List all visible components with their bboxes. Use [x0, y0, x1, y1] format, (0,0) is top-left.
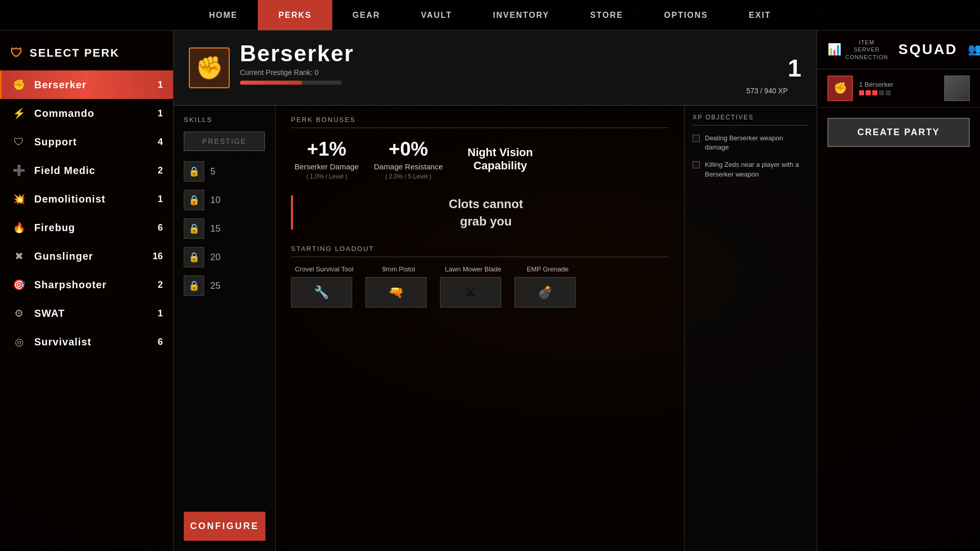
- perk-item-sharpshooter[interactable]: 🎯 Sharpshooter 2: [0, 270, 173, 299]
- loadout-item-crovel: Crovel Survival Tool 🔧: [291, 265, 357, 308]
- bonus-damage-sublabel: ( 1.0% / Level ): [291, 173, 362, 180]
- bonus-damage-resistance: +0% Damage Resistance ( 2.0% / 5 Level ): [373, 138, 444, 180]
- server-connection: 📊 ITEM SERVER CONNECTION: [827, 39, 888, 61]
- nav-inventory[interactable]: INVENTORY: [473, 0, 570, 30]
- swat-name: SWAT: [34, 308, 153, 319]
- perk-item-berserker[interactable]: ✊ Berserker 1: [0, 70, 173, 99]
- skill-lock-icon-20: 🔒: [184, 247, 204, 267]
- perk-header: ✊ Berserker Current Prestige Rank: 0 573…: [174, 31, 817, 106]
- survivalist-icon: ◎: [12, 335, 26, 349]
- xp-objectives-title: XP OBJECTIVES: [693, 114, 808, 126]
- prestige-button[interactable]: PRESTIGE: [184, 132, 265, 151]
- starting-loadout: STARTING LOADOUT Crovel Survival Tool 🔧 …: [291, 245, 669, 308]
- dot-4: [879, 90, 884, 95]
- bonus-resistance-sublabel: ( 2.0% / 5 Level ): [373, 173, 444, 180]
- nav-store[interactable]: STORE: [570, 0, 644, 30]
- nav-gear[interactable]: GEAR: [332, 0, 401, 30]
- commando-name: Commando: [34, 108, 153, 119]
- bonuses-grid: +1% Berserker Damage ( 1.0% / Level ) +0…: [291, 138, 669, 180]
- blade-icon: ⚔: [440, 277, 501, 308]
- perk-level-block: 1: [788, 54, 801, 82]
- server-connection-label: ITEM SERVER CONNECTION: [845, 39, 888, 61]
- dot-3: [872, 90, 877, 95]
- perk-level-number: 1: [788, 54, 801, 82]
- skill-lock-icon-10: 🔒: [184, 190, 204, 210]
- xp-obj-text-2: Killing Zeds near a player with a Berser…: [705, 160, 808, 179]
- perk-prestige-rank: Current Prestige Rank: 0: [240, 68, 788, 77]
- bonus-night-vision: Night VisionCapability: [454, 138, 546, 180]
- berserker-level: 1: [153, 80, 163, 90]
- support-icon: 🛡: [12, 135, 26, 149]
- skill-level-25: 25: [210, 281, 220, 291]
- perk-item-swat[interactable]: ⚙ SWAT 1: [0, 299, 173, 328]
- support-name: Support: [34, 136, 153, 148]
- xp-text: 573 / 940 XP: [240, 87, 788, 95]
- create-party-button[interactable]: CREATE PARTY: [827, 118, 970, 147]
- grenade-icon: 💣: [514, 277, 576, 308]
- crovel-name: Crovel Survival Tool: [291, 265, 357, 273]
- perk-big-icon: ✊: [189, 47, 230, 88]
- loadout-item-grenade: EMP Grenade 💣: [514, 265, 581, 308]
- select-perk-header: 🛡 SELECT PERK: [0, 41, 173, 70]
- dot-1: [859, 90, 864, 95]
- skill-row-10: 🔒 10: [184, 190, 265, 210]
- skill-row-5: 🔒 5: [184, 161, 265, 182]
- perk-item-commando[interactable]: ⚡ Commando 1: [0, 99, 173, 128]
- crovel-icon: 🔧: [291, 277, 352, 308]
- survivalist-name: Survivalist: [34, 336, 153, 348]
- perk-title-block: Berserker Current Prestige Rank: 0 573 /…: [240, 41, 788, 95]
- dot-2: [866, 90, 871, 95]
- configure-button[interactable]: CONFIGURE: [184, 512, 265, 541]
- xp-checkbox-2: [693, 161, 700, 168]
- sharpshooter-icon: 🎯: [12, 278, 26, 292]
- xp-bar-bg: [240, 81, 342, 85]
- clots-passive-text: Clots cannotgrab you: [291, 195, 669, 230]
- squad-header: 📊 ITEM SERVER CONNECTION SQUAD 👥: [817, 31, 980, 69]
- bonus-resistance-value: +0%: [373, 138, 444, 160]
- bonus-damage-label: Berserker Damage: [291, 162, 362, 171]
- bonus-resistance-label: Damage Resistance: [373, 162, 444, 171]
- skill-row-25: 🔒 25: [184, 276, 265, 296]
- perk-item-gunslinger[interactable]: ✖ Gunslinger 16: [0, 242, 173, 270]
- nav-perks[interactable]: PERKS: [258, 0, 332, 30]
- perk-list-panel: 🛡 SELECT PERK ✊ Berserker 1 ⚡ Commando 1…: [0, 31, 174, 551]
- skill-level-20: 20: [210, 252, 220, 263]
- perk-item-field-medic[interactable]: ➕ Field Medic 2: [0, 156, 173, 185]
- perk-bonuses-title: PERK BONUSES: [291, 116, 669, 128]
- nav-home[interactable]: HOME: [188, 0, 258, 30]
- swat-icon: ⚙: [12, 306, 26, 320]
- skills-column: SKILLS PRESTIGE 🔒 5 🔒 10 🔒 15 🔒 20: [174, 106, 276, 551]
- demolitionist-level: 1: [153, 194, 163, 205]
- squad-panel: 📊 ITEM SERVER CONNECTION SQUAD 👥 ✊ 1 Ber…: [817, 31, 980, 551]
- nav-exit[interactable]: EXIT: [728, 0, 792, 30]
- perk-big-name: Berserker: [240, 41, 788, 66]
- skill-level-15: 15: [210, 223, 220, 234]
- squad-title: SQUAD: [898, 41, 958, 58]
- skill-row-20: 🔒 20: [184, 247, 265, 267]
- berserker-icon: ✊: [12, 78, 26, 92]
- bonus-damage-value: +1%: [291, 138, 362, 160]
- commando-icon: ⚡: [12, 106, 26, 120]
- gunslinger-icon: ✖: [12, 249, 26, 263]
- bonuses-column: PERK BONUSES +1% Berserker Damage ( 1.0%…: [276, 106, 684, 551]
- grenade-name: EMP Grenade: [514, 265, 581, 273]
- member-rank-dots: [859, 90, 938, 95]
- perk-item-support[interactable]: 🛡 Support 4: [0, 128, 173, 156]
- firebug-icon: 🔥: [12, 220, 26, 235]
- member-info: 1 Berserker: [859, 81, 938, 95]
- commando-level: 1: [153, 108, 163, 119]
- firebug-level: 6: [153, 222, 163, 233]
- nav-options[interactable]: OPTIONS: [644, 0, 728, 30]
- perk-item-demolitionist[interactable]: 💥 Demolitionist 1: [0, 185, 173, 213]
- pistol-name: 9mm Pistol: [365, 265, 432, 273]
- perk-item-firebug[interactable]: 🔥 Firebug 6: [0, 213, 173, 242]
- nav-vault[interactable]: VAULT: [401, 0, 473, 30]
- bonus-berserker-damage: +1% Berserker Damage ( 1.0% / Level ): [291, 138, 362, 180]
- perk-item-survivalist[interactable]: ◎ Survivalist 6: [0, 328, 173, 356]
- demolitionist-icon: 💥: [12, 192, 26, 206]
- skill-lock-icon-25: 🔒: [184, 276, 204, 296]
- firebug-name: Firebug: [34, 222, 153, 234]
- squad-member-row: ✊ 1 Berserker: [817, 69, 980, 108]
- member-perk-label: 1 Berserker: [859, 81, 938, 88]
- pistol-icon: 🔫: [365, 277, 427, 308]
